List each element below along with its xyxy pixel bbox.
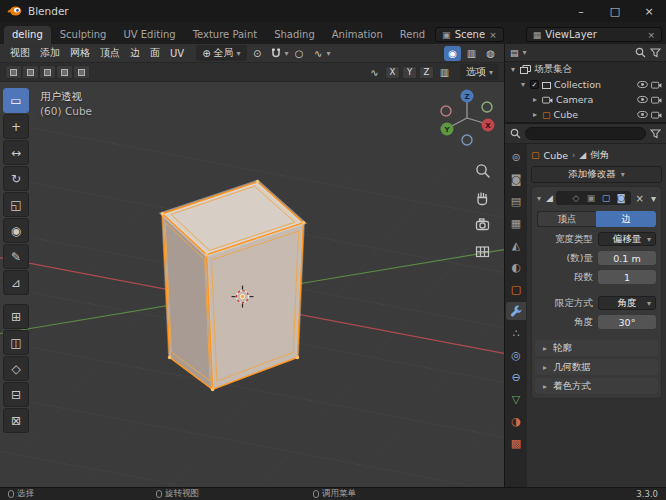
tri-right-icon[interactable]: ▸ [531,95,539,104]
editor-type-icon[interactable]: ▤ [510,48,519,58]
minimize-button[interactable]: – [564,0,598,22]
tab-output[interactable]: ▤ [506,192,526,210]
viewport-canvas[interactable]: ▭ + ↔ ↻ ◱ ◉ ✎ ⊿ ⊞ ◫ ◇ ⊟ ⊠ 用户透视 (60) Cube [0,82,504,487]
tab-tool[interactable]: ⊚ [506,148,526,166]
tab-object[interactable]: ▢ [506,280,526,298]
mirror-y-button[interactable]: Y [402,66,417,79]
angle-field[interactable]: 30° [598,315,656,329]
tab-sculpting[interactable]: Sculpting [52,26,115,44]
menu-edge[interactable]: 边 [125,45,145,61]
search-icon[interactable] [510,128,521,139]
modifier-name-field[interactable]: ◇ ▣ ▢ ◙ [556,191,631,205]
outliner-row-cube[interactable]: ▸ ▢ Cube [505,107,666,122]
tab-texture-paint[interactable]: Texture Paint [185,26,266,44]
remove-modifier-button[interactable]: × [634,193,646,204]
snap-magnet-icon[interactable] [268,46,285,61]
tool-move-button[interactable]: ↔ [3,140,29,165]
mirror-z-button[interactable]: Z [419,66,434,79]
xray-toggle-button[interactable] [73,65,90,79]
tab-object-data[interactable]: ▽ [506,390,526,408]
tool-scale-button[interactable]: ◱ [3,192,29,217]
tool-cursor-button[interactable]: + [3,114,29,139]
section-profile[interactable]: ▸ 轮廓 [535,340,658,356]
render-camera-icon[interactable] [651,110,662,119]
snap-toggle-button[interactable]: ◉ [444,46,461,61]
breadcrumb-modifier[interactable]: 倒角 [590,149,609,162]
render-display-toggle[interactable]: ◙ [615,192,628,204]
tri-down-icon[interactable]: ▾ [519,80,527,89]
mirror-x-button[interactable]: X [385,66,400,79]
tri-right-icon[interactable]: ▸ [531,110,539,119]
tab-particles[interactable]: ∴ [506,324,526,342]
tab-rendering[interactable]: Rend [392,26,433,44]
tool-annotate-button[interactable]: ✎ [3,244,29,269]
eye-icon[interactable] [637,80,648,89]
tab-render[interactable]: ◙ [506,170,526,188]
modifier-extras-button[interactable]: ▾ [649,193,658,204]
close-button[interactable]: × [632,0,666,22]
pan-hand-icon[interactable] [474,189,491,206]
segments-field[interactable]: 1 [598,270,656,284]
menu-mesh[interactable]: 网格 [65,45,95,61]
render-camera-icon[interactable] [651,80,662,89]
menu-vertex[interactable]: 顶点 [95,45,125,61]
tool-inset-faces-button[interactable]: ◫ [3,330,29,355]
outliner-row-scene-collection[interactable]: ▾ 场景集合 [505,62,666,77]
navigation-gizmo[interactable]: Z X Y [438,88,496,148]
cage-display-toggle[interactable]: ▣ [585,192,598,204]
tool-select-box-button[interactable]: ▭ [3,88,29,113]
falloff-icon[interactable]: ∿ [310,46,327,61]
tab-animation[interactable]: Animation [324,26,391,44]
section-geometry[interactable]: ▸ 几何数据 [535,359,658,375]
tool-knife-button[interactable]: ⊠ [3,408,29,433]
tri-down-icon[interactable]: ▾ [509,65,517,74]
tool-extrude-button[interactable]: ⊞ [3,304,29,329]
scene-selector[interactable]: ▣ Scene × [435,27,504,42]
affect-edges-button[interactable]: 边 [596,211,656,227]
realtime-display-toggle[interactable]: ▢ [600,192,613,204]
options-dropdown[interactable]: 选项 ▾ [460,64,499,80]
affect-vertices-button[interactable]: 顶点 [537,211,596,227]
filter-icon[interactable] [650,48,661,58]
overlay-toggle-button[interactable] [56,65,73,79]
tool-bevel-button[interactable]: ◇ [3,356,29,381]
viewlayer-selector[interactable]: ▦ ViewLayer × [526,27,662,42]
breadcrumb-object[interactable]: Cube [544,150,569,161]
render-camera-icon[interactable] [651,95,662,104]
overlays-button[interactable]: ▥ [463,46,480,61]
viewlayer-close-icon[interactable]: × [647,30,655,40]
tab-view-layer[interactable]: ▦ [506,214,526,232]
tab-modifiers[interactable] [506,302,526,320]
tab-texture[interactable]: ▩ [506,434,526,452]
menu-face[interactable]: 面 [145,45,165,61]
tab-uv-editing[interactable]: UV Editing [115,26,183,44]
snap-dropdown-icon[interactable]: ▾ [285,49,289,58]
menu-uv[interactable]: UV [165,47,189,60]
tool-transform-button[interactable]: ◉ [3,218,29,243]
filter-icon[interactable] [650,129,661,139]
camera-view-icon[interactable] [474,216,491,233]
collection-checkbox[interactable]: ✓ [530,80,539,89]
tab-constraints[interactable]: ⊖ [506,368,526,386]
section-shading[interactable]: ▸ 着色方式 [535,378,658,394]
properties-search-input[interactable] [525,127,646,140]
falloff-dropdown-icon[interactable]: ▾ [327,49,331,58]
menu-add[interactable]: 添加 [35,45,65,61]
chevron-down-icon[interactable]: ▾ [523,48,527,57]
scene-unlink-icon[interactable]: × [489,30,497,40]
outliner-row-camera[interactable]: ▸ Camera [505,92,666,107]
expand-icon[interactable]: ▾ [535,194,543,203]
mode-edge-button[interactable] [22,65,39,79]
ortho-grid-icon[interactable] [474,243,491,260]
snapping-extra-icon[interactable]: ▥ [436,65,453,80]
mirror-icon[interactable]: ∿ [366,65,383,80]
tab-modeling[interactable]: deling [4,26,51,44]
tab-world[interactable]: ◐ [506,258,526,276]
zoom-icon[interactable] [474,162,491,179]
width-type-dropdown[interactable]: 偏移量 ▾ [598,232,656,246]
limit-method-dropdown[interactable]: 角度 ▾ [598,296,656,310]
menu-view[interactable]: 视图 [5,45,35,61]
mode-face-button[interactable] [39,65,56,79]
amount-field[interactable]: 0.1 m [598,251,656,265]
eye-icon[interactable] [637,95,648,104]
